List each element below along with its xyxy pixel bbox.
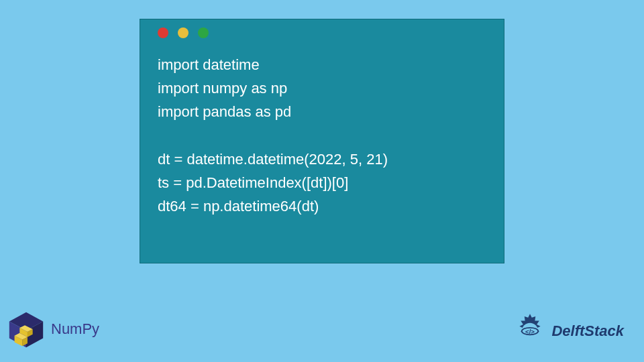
delftstack-badge-icon: </> (511, 312, 549, 350)
numpy-cube-icon (5, 308, 47, 350)
code-window: import datetime import numpy as np impor… (140, 19, 504, 263)
code-line: import pandas as pd (158, 100, 486, 123)
code-body: import datetime import numpy as np impor… (140, 46, 504, 231)
svg-text:</>: </> (525, 328, 535, 335)
code-line: dt64 = np.datetime64(dt) (158, 194, 486, 218)
code-blank-line (158, 124, 486, 147)
code-line: ts = pd.DatetimeIndex([dt])[0] (158, 171, 486, 194)
code-line: import datetime (158, 53, 486, 76)
numpy-logo-text: NumPy (51, 320, 99, 338)
code-line: import numpy as np (158, 76, 486, 100)
maximize-icon (198, 27, 209, 38)
mac-titlebar (140, 19, 504, 46)
numpy-logo: NumPy (5, 308, 99, 350)
delftstack-logo-text: DelftStack (551, 322, 624, 340)
delftstack-logo: </> DelftStack (511, 312, 624, 350)
code-line: dt = datetime.datetime(2022, 5, 21) (158, 147, 486, 171)
minimize-icon (178, 27, 189, 38)
close-icon (158, 27, 168, 38)
